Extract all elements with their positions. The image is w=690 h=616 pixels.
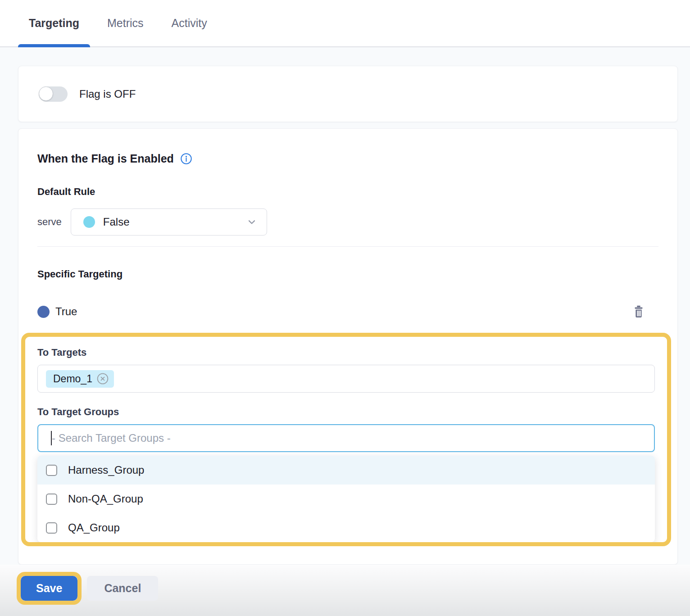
save-button[interactable]: Save [21,576,77,601]
enabled-section-title: When the Flag is Enabled [37,152,658,165]
checkbox-icon[interactable] [46,465,57,476]
true-variation-row: True [37,304,658,319]
target-group-option-label: Harness_Group [68,464,144,476]
target-groups-dropdown: Harness_Group Non-QA_Group QA_Group [37,456,655,542]
specific-targeting-title: Specific Targeting [37,268,658,280]
checkbox-icon[interactable] [46,494,57,505]
variation-false-dot [83,216,95,228]
tab-bar: Targeting Metrics Activity [0,0,690,47]
default-rule-title: Default Rule [37,186,658,198]
to-targets-label: To Targets [37,347,655,358]
trash-icon[interactable] [632,304,645,319]
enabled-section-title-text: When the Flag is Enabled [37,152,174,165]
true-variation-label: True [55,305,77,318]
default-rule-serve-row: serve False [37,208,658,236]
targeting-card: When the Flag is Enabled Default Rule se… [18,128,678,565]
info-icon[interactable] [180,153,192,165]
target-group-option-harness[interactable]: Harness_Group [37,456,655,485]
action-footer: Save Cancel [0,565,690,616]
default-variation-select[interactable]: False [71,208,267,236]
checkbox-icon[interactable] [46,522,57,534]
tab-metrics[interactable]: Metrics [107,0,144,46]
target-chip: Demo_1 [46,370,114,388]
targeting-highlight-box: To Targets Demo_1 To Target Groups [21,333,671,546]
cancel-button[interactable]: Cancel [87,576,158,601]
flag-status-label: Flag is OFF [79,88,136,100]
remove-target-icon[interactable] [97,373,109,385]
flag-status-card: Flag is OFF [18,66,678,122]
tab-targeting[interactable]: Targeting [29,0,79,46]
chevron-down-icon [246,216,258,228]
target-group-option-non-qa[interactable]: Non-QA_Group [37,485,655,513]
target-group-option-label: QA_Group [68,521,120,534]
target-group-option-qa[interactable]: QA_Group [37,513,655,542]
save-highlight-ring: Save [17,572,82,605]
variation-true-dot [37,306,50,318]
target-groups-search-input[interactable] [38,425,654,451]
target-chip-label: Demo_1 [53,373,92,385]
flag-toggle[interactable] [39,86,68,102]
flag-toggle-knob [39,86,53,101]
target-groups-search [37,424,655,452]
tab-activity[interactable]: Activity [172,0,207,46]
text-caret [51,431,52,445]
to-targets-input[interactable]: Demo_1 [37,365,655,393]
default-variation-value: False [103,216,130,228]
section-divider [37,246,658,247]
target-group-option-label: Non-QA_Group [68,493,143,505]
serve-label: serve [37,216,62,228]
to-target-groups-label: To Target Groups [37,406,655,418]
